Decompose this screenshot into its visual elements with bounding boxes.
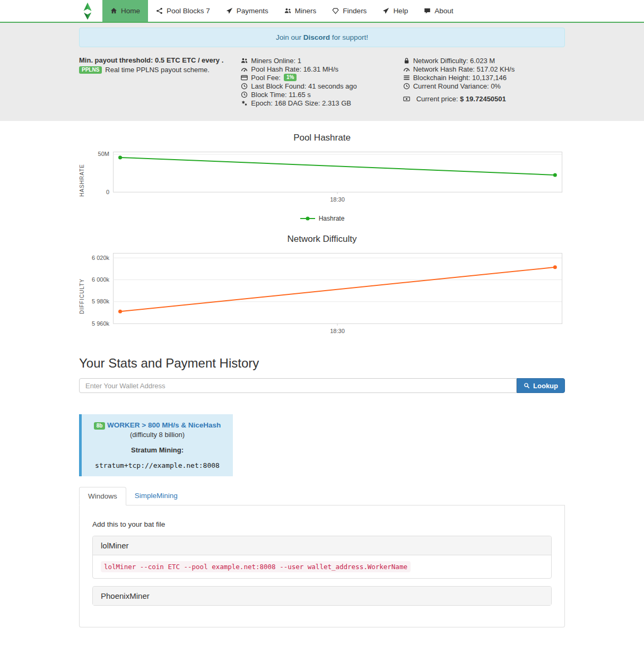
banner-text: for support! (330, 33, 368, 41)
top-navbar: Home Pool Blocks 7 Payments Miners Finde… (0, 0, 644, 23)
nicehash-worker-box: 8b WORKER > 800 MH/s & NiceHash (difficu… (79, 414, 233, 476)
paper-plane-icon (226, 7, 233, 14)
main-content: Pool Hashrate HASHRATE 050M18:30 Hashrat… (73, 133, 571, 627)
clock-icon (403, 83, 410, 90)
hashrate-plot: 050M18:30 (85, 149, 565, 212)
network-difficulty-chart: Network Difficulty DIFFICULTY 5 960k5 98… (79, 234, 565, 343)
pool-fee-stat: Pool Fee: 1% (241, 73, 403, 82)
pool-hashrate-stat: Pool Hash Rate: 16.31 MH/s (241, 65, 403, 73)
tab-simplemining[interactable]: SimpleMining (126, 487, 186, 505)
legend-label: Hashrate (319, 215, 345, 222)
nav-item-pool-blocks[interactable]: Pool Blocks 7 (148, 0, 218, 22)
svg-text:0: 0 (106, 189, 109, 195)
nav-item-label: Miners (295, 7, 317, 15)
worker-title: WORKER > 800 MH/s & NiceHash (107, 421, 221, 429)
tachometer-icon (241, 66, 248, 73)
credit-card-icon (241, 74, 248, 81)
lolminer-command: lolMiner --coin ETC --pool example.net:8… (101, 561, 411, 572)
clock-icon (241, 91, 248, 98)
gears-icon (241, 100, 248, 107)
round-variance-stat: Current Round Variance: 0% (403, 82, 565, 90)
tab-content-windows: Add this to your bat file lolMiner lolMi… (79, 505, 565, 627)
money-bill-icon (403, 95, 410, 102)
tachometer-icon (403, 66, 410, 73)
chart-title: Network Difficulty (79, 234, 565, 245)
lookup-button-label: Lookup (533, 382, 558, 390)
bat-file-instruction: Add this to your bat file (92, 520, 552, 528)
svg-text:18:30: 18:30 (330, 328, 345, 334)
phoenixminer-panel-header[interactable]: PhoenixMiner (93, 587, 551, 605)
search-icon (524, 382, 530, 389)
nav-item-home[interactable]: Home (102, 0, 148, 22)
clock-icon (241, 83, 248, 90)
y-axis-label: HASHRATE (79, 164, 85, 197)
nav-item-label: Pool Blocks 7 (167, 7, 210, 15)
tab-windows[interactable]: Windows (79, 487, 126, 505)
svg-text:5 980k: 5 980k (92, 298, 110, 304)
bars-icon (403, 74, 410, 81)
chart-title: Pool Hashrate (79, 133, 565, 143)
lookup-button[interactable]: Lookup (517, 378, 565, 393)
nav-item-help[interactable]: Help (375, 0, 416, 22)
nav-item-finders[interactable]: Finders (324, 0, 375, 22)
etc-logo[interactable] (73, 0, 102, 22)
y-axis-label: DIFFICULTY (79, 278, 85, 314)
users-icon (284, 7, 291, 14)
blockchain-height-stat: Blockchain Height: 10,137,146 (403, 73, 565, 82)
pplns-badge: PPLNS (79, 66, 102, 74)
nav-item-payments[interactable]: Payments (218, 0, 276, 22)
wallet-lookup-group: Lookup (79, 378, 565, 393)
nav-item-label: Payments (237, 7, 268, 15)
lolminer-panel: lolMiner lolMiner --coin ETC --pool exam… (92, 536, 552, 579)
home-icon (110, 7, 117, 14)
discord-banner: Join our Discord for support! (79, 28, 565, 47)
wallet-address-input[interactable] (79, 378, 517, 393)
svg-text:6 020k: 6 020k (92, 255, 110, 261)
lolminer-panel-header[interactable]: lolMiner (93, 536, 551, 555)
lolminer-panel-body: lolMiner --coin ETC --pool example.net:8… (93, 555, 551, 578)
nav-item-label: Finders (343, 7, 367, 15)
share-nodes-icon (156, 7, 163, 14)
nav-item-about[interactable]: About (416, 0, 461, 22)
pool-fee-badge: 1% (284, 74, 297, 81)
discord-link[interactable]: Discord (303, 33, 330, 41)
paper-plane-icon (382, 7, 389, 14)
network-difficulty-stat: Network Difficulty: 6.023 M (403, 56, 565, 65)
svg-text:18:30: 18:30 (330, 196, 345, 203)
lock-icon (403, 57, 410, 64)
svg-text:50M: 50M (98, 151, 109, 157)
payout-stats-column: Min. payout threshold: 0.5 ETC ETC / eve… (79, 56, 241, 107)
last-block-found-stat: Last Block Found: 41 seconds ago (241, 82, 403, 90)
difficulty-badge: 8b (94, 422, 106, 430)
svg-text:5 960k: 5 960k (92, 320, 110, 327)
legend-swatch-icon (300, 216, 316, 221)
users-icon (241, 57, 248, 64)
etc-diamond-icon (81, 2, 94, 20)
nav-item-miners[interactable]: Miners (276, 0, 325, 22)
network-hashrate-stat: Network Hash Rate: 517.02 KH/s (403, 65, 565, 73)
epoch-dag-stat: Epoch: 168 DAG Size: 2.313 GB (241, 99, 403, 107)
stats-section: Join our Discord for support! Min. payou… (0, 23, 644, 121)
os-tabs: Windows SimpleMining (79, 487, 565, 505)
miners-online-stat: Miners Online: 1 (241, 56, 403, 65)
current-price-stat: Current price: $ 19.72450501 (403, 94, 565, 103)
phoenixminer-panel: PhoenixMiner (92, 586, 552, 606)
network-stats-column: Network Difficulty: 6.023 M Network Hash… (403, 56, 565, 107)
gem-icon (332, 7, 339, 14)
stratum-url: stratum+tcp://example.net:8008 (87, 461, 228, 469)
stratum-label: Stratum Mining: (87, 446, 228, 454)
difficulty-plot: 5 960k5 980k6 000k6 020k18:30 (85, 250, 565, 343)
block-time-stat: Block Time: 11.65 s (241, 90, 403, 99)
svg-text:6 000k: 6 000k (92, 276, 110, 283)
nav-item-label: About (434, 7, 453, 15)
worker-subtitle: (difficulty 8 billion) (87, 431, 228, 439)
nav-item-label: Help (393, 7, 408, 15)
comment-icon (424, 7, 431, 14)
pool-hashrate-chart: Pool Hashrate HASHRATE 050M18:30 Hashrat… (79, 133, 565, 222)
banner-text: Join our (276, 33, 303, 41)
nav-item-label: Home (121, 7, 140, 15)
pool-stats-column: Miners Online: 1 Pool Hash Rate: 16.31 M… (241, 56, 403, 107)
chart-legend: Hashrate (79, 215, 565, 222)
payout-scheme-text: Real time PPLNS payout scheme. (105, 66, 210, 74)
min-payout-threshold: Min. payout threshold: 0.5 ETC ETC / eve… (79, 56, 241, 65)
